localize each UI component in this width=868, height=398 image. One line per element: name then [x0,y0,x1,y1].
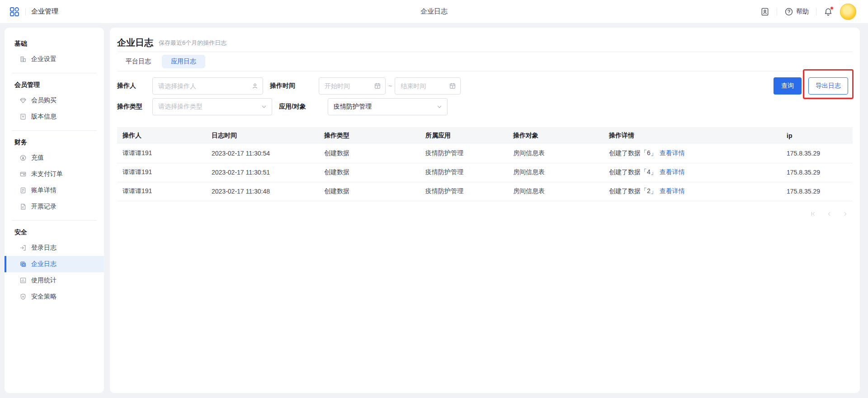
column-header: 日志时间 [206,127,319,144]
view-detail-link[interactable]: 查看详情 [660,149,685,156]
cell-time: 2023-02-17 11:30:54 [206,144,319,163]
app-select-wrap: 疫情防护管理 [328,98,448,115]
building-icon [19,56,27,63]
shield-plus-icon [19,293,27,300]
cell-ip: 175.8.35.29 [781,144,853,163]
column-header: 所属应用 [420,127,508,144]
start-time-wrap [319,77,386,95]
active-indicator-bar [5,256,6,272]
view-detail-link[interactable]: 查看详情 [660,168,685,175]
sidebar-item-member-purchase[interactable]: 会员购买 [5,92,104,109]
apps-grid-icon[interactable] [9,6,20,17]
help-button[interactable]: 帮助 [784,7,809,16]
sidebar-item-security-policy[interactable]: 安全策略 [5,289,104,305]
cell-ip: 175.8.35.29 [781,163,853,182]
cell-target: 房间信息表 [508,144,604,163]
cell-type: 创建数据 [319,144,420,163]
export-logs-button[interactable]: 导出日志 [808,77,848,95]
sidebar-section-title: 财务 [5,137,104,147]
time-label: 操作时间 [263,82,319,90]
cell-time: 2023-02-17 11:30:51 [206,163,319,182]
app-label: 应用/对象 [272,103,328,111]
cell-target: 房间信息表 [508,182,604,201]
sidebar-item-label: 企业设置 [31,55,57,63]
invoice-icon [19,203,27,210]
table-row: 谭谭谭1912023-02-17 11:30:54创建数据疫情防护管理房间信息表… [117,144,853,163]
cell-target: 房间信息表 [508,163,604,182]
sidebar-item-label: 充值 [31,154,44,162]
sidebar-item-enterprise-logs[interactable]: 企业日志 [5,256,104,272]
column-header: 操作类型 [319,127,420,144]
next-page-button[interactable] [842,210,849,218]
wallet-icon [19,171,27,178]
topbar-divider [777,8,777,15]
sidebar-item-usage-stats[interactable]: 使用统计 [5,272,104,289]
sidebar-section-title: 会员管理 [5,80,104,90]
help-label: 帮助 [796,8,809,16]
sidebar-item-version-info[interactable]: 版本信息 [5,109,104,125]
cell-time: 2023-02-17 11:30:48 [206,182,319,201]
view-detail-link[interactable]: 查看详情 [660,187,685,194]
sidebar-item-label: 账单详情 [31,186,57,194]
app-select-value: 疫情防护管理 [334,103,372,111]
end-time-input[interactable] [395,77,461,95]
table-head: 操作人日志时间操作类型所属应用操作对象操作详情ip [117,127,853,144]
filter-row-2: 操作类型 请选择操作类型 应用/对象 疫情防护管理 [117,98,853,115]
first-page-button[interactable] [809,210,816,218]
sidebar-item-unpaid-orders[interactable]: 未支付订单 [5,166,104,182]
tab-bar: 平台日志 应用日志 [117,52,853,71]
table-row: 谭谭谭1912023-02-17 11:30:51创建数据疫情防护管理房间信息表… [117,163,853,182]
sidebar-item-login-logs[interactable]: 登录日志 [5,240,104,256]
cell-operator: 谭谭谭191 [117,163,206,182]
column-header: ip [781,127,853,144]
sidebar-item-invoice-records[interactable]: 开票记录 [5,199,104,215]
version-doc-icon [19,113,27,120]
column-header: 操作对象 [508,127,604,144]
sidebar-item-enterprise-settings[interactable]: 企业设置 [5,51,104,67]
operator-input[interactable] [152,77,263,95]
detail-text: 创建了数据「2」 [609,187,657,194]
bill-icon [19,187,27,194]
id-badge-icon[interactable] [760,7,769,16]
user-avatar[interactable] [840,4,856,20]
topbar-right: 帮助 [760,4,856,20]
cell-operator: 谭谭谭191 [117,182,206,201]
start-time-input[interactable] [319,77,386,95]
cell-detail: 创建了数据「2」查看详情 [604,182,781,201]
diamond-icon [19,97,27,104]
topbar-left: 企业管理 [9,6,58,17]
topbar-divider [25,8,26,15]
detail-text: 创建了数据「6」 [609,149,657,156]
pagination [117,210,853,218]
cell-ip: 175.8.35.29 [781,182,853,201]
sidebar-divider [12,220,97,221]
operator-input-wrap [152,77,263,95]
cell-app: 疫情防护管理 [420,182,508,201]
column-header: 操作人 [117,127,206,144]
sidebar-item-label: 登录日志 [31,244,57,252]
sidebar-item-bill-details[interactable]: 账单详情 [5,182,104,199]
operator-label: 操作人 [117,82,152,90]
prev-page-button[interactable] [826,210,833,218]
app-title: 企业管理 [31,7,58,16]
query-button[interactable]: 查询 [774,77,802,95]
sidebar-divider [12,130,97,131]
logs-table: 操作人日志时间操作类型所属应用操作对象操作详情ip 谭谭谭1912023-02-… [117,127,853,201]
app-select[interactable]: 疫情防护管理 [328,98,448,115]
table-header-row: 操作人日志时间操作类型所属应用操作对象操作详情ip [117,127,853,144]
page-head: 企业日志 保存最近6个月的操作日志 [117,28,853,52]
tab-app-logs[interactable]: 应用日志 [162,55,205,68]
sidebar-item-label: 版本信息 [31,113,57,121]
stats-icon [19,277,27,284]
filter-row-1: 操作人 操作时间 ~ [117,77,853,95]
cell-type: 创建数据 [319,163,420,182]
notification-bell-icon[interactable] [824,7,833,16]
sidebar-item-recharge[interactable]: 充值 [5,150,104,166]
tab-platform-logs[interactable]: 平台日志 [126,55,151,68]
logs-icon [19,261,27,268]
page-title: 企业日志 [117,37,153,49]
top-bar: 企业管理 企业日志 帮助 [0,0,868,23]
help-icon [784,7,793,16]
sidebar-item-label: 安全策略 [31,293,57,301]
type-select[interactable]: 请选择操作类型 [152,98,272,115]
